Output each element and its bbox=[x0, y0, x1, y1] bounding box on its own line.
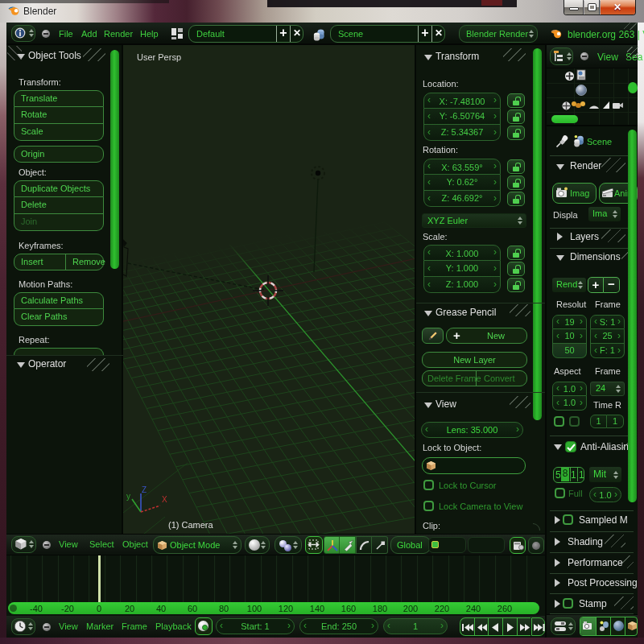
svg-text:Z: Z bbox=[142, 485, 147, 494]
svg-text:X: X bbox=[162, 495, 167, 504]
svg-text:y: y bbox=[126, 492, 130, 501]
